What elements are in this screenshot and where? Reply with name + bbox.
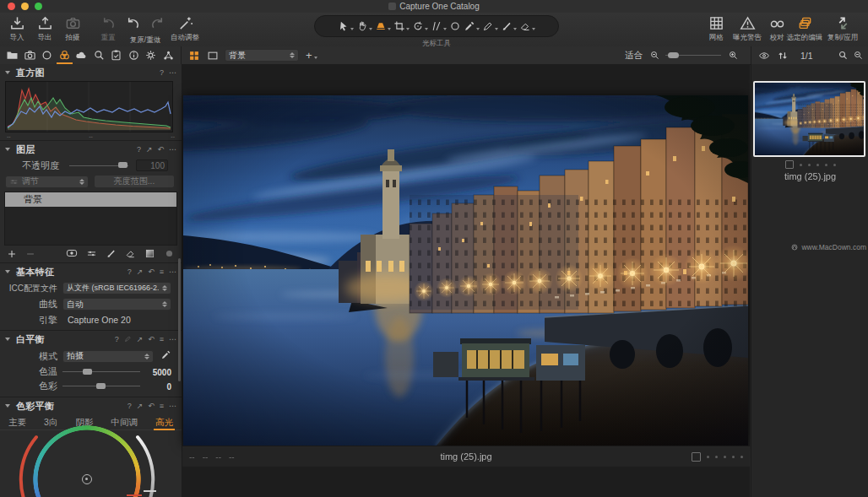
browser-search-icon[interactable] <box>838 46 849 64</box>
photo-image[interactable] <box>183 95 748 446</box>
more-icon[interactable]: ⋯ <box>169 69 176 77</box>
brush-mask-icon[interactable] <box>106 247 117 262</box>
zoom-out-icon[interactable] <box>649 46 660 64</box>
tab-adjustments[interactable] <box>110 46 122 64</box>
erase-mask-tool[interactable] <box>519 20 535 32</box>
color-tag-dot[interactable] <box>808 164 811 166</box>
help-icon[interactable]: ? <box>160 69 164 77</box>
tab-details[interactable] <box>93 46 106 64</box>
detach-icon[interactable]: ↗ <box>146 146 153 154</box>
tab-exposure[interactable] <box>75 46 88 64</box>
tint-slider-thumb[interactable] <box>96 383 106 389</box>
color-picker-tool[interactable] <box>464 20 480 32</box>
export-button[interactable]: 导出 <box>31 15 58 41</box>
layer-row-background[interactable]: 背景 <box>5 192 176 207</box>
presets-icon[interactable]: ≡ <box>160 402 164 410</box>
mask-visibility-icon[interactable] <box>66 247 78 262</box>
zoom-slider-thumb[interactable] <box>668 52 679 58</box>
icc-profile-select[interactable]: 从文件 (sRGB IEC61966-2.1) <box>62 282 171 294</box>
tint-slider[interactable] <box>62 386 140 386</box>
collapse-icon[interactable] <box>5 338 10 341</box>
wheel-center-marker[interactable] <box>82 474 92 484</box>
gradient-mask-icon[interactable] <box>144 247 155 262</box>
kelvin-slider[interactable] <box>62 371 140 372</box>
grid-button[interactable]: 网格 <box>703 15 729 41</box>
reset-tool-icon[interactable]: ↶ <box>157 146 164 154</box>
thumbnail-selected[interactable] <box>753 81 865 157</box>
zoom-in-icon[interactable] <box>728 46 739 64</box>
wb-picker-icon[interactable] <box>160 348 171 364</box>
opacity-slider-thumb[interactable] <box>118 162 127 168</box>
tab-process[interactable] <box>162 46 175 64</box>
histogram-header[interactable]: 直方图 ? ⋯ <box>0 64 182 81</box>
kelvin-slider-thumb[interactable] <box>83 369 92 375</box>
undo-icon[interactable] <box>125 15 141 31</box>
wb-mode-select[interactable]: 拍摄 <box>62 350 154 363</box>
copy-apply-button[interactable]: 复制/应用 <box>823 15 862 41</box>
presets-icon[interactable]: ≡ <box>160 336 164 343</box>
white-balance-header[interactable]: 白平衡 ? ↗ ↶ ≡ ⋯ <box>0 331 182 348</box>
more-icon[interactable]: ⋯ <box>169 146 176 154</box>
erase-mask-icon[interactable] <box>125 247 136 262</box>
reset-button[interactable]: 重置 <box>95 15 122 41</box>
browser-filter-icon[interactable] <box>853 46 864 64</box>
spot-removal-tool[interactable] <box>449 20 461 32</box>
presets-icon[interactable]: ≡ <box>160 268 164 276</box>
refine-mask-icon[interactable] <box>86 247 97 262</box>
opacity-slider[interactable] <box>69 165 128 166</box>
radial-mask-icon[interactable] <box>164 247 175 262</box>
color-tag-dot[interactable] <box>707 456 709 458</box>
tab-capture[interactable] <box>24 46 36 64</box>
detach-icon[interactable]: ↗ <box>137 268 144 276</box>
browser-sort-icon[interactable] <box>777 46 789 64</box>
detach-icon[interactable]: ↗ <box>137 402 144 410</box>
loupe-tool[interactable] <box>375 20 391 32</box>
curve-select[interactable]: 自动 <box>62 298 171 311</box>
collapse-icon[interactable] <box>5 270 10 273</box>
color-balance-wheel[interactable] <box>18 410 156 497</box>
tint-value[interactable]: 0 <box>147 381 175 392</box>
help-icon[interactable]: ? <box>127 268 132 276</box>
luma-range-button[interactable]: 亮度范围... <box>94 175 175 188</box>
redo-icon[interactable] <box>149 15 165 31</box>
auto-adjust-button[interactable]: 自动调整 <box>167 15 203 41</box>
color-tag-dot[interactable] <box>825 164 827 166</box>
layer-select[interactable]: 背景 <box>225 46 299 64</box>
pick-checkbox[interactable] <box>785 160 794 169</box>
reset-tool-icon[interactable]: ↶ <box>148 402 155 410</box>
pan-tool[interactable] <box>356 20 372 32</box>
reset-tool-icon[interactable]: ↶ <box>148 268 155 276</box>
crop-tool[interactable] <box>393 20 410 32</box>
browser-filter-eye-icon[interactable] <box>758 46 770 64</box>
tab-settings[interactable] <box>144 46 157 64</box>
collapse-icon[interactable] <box>5 404 10 408</box>
multi-view-icon[interactable] <box>188 46 200 64</box>
capture-button[interactable]: 拍摄 <box>59 15 86 41</box>
tab-color[interactable] <box>58 46 71 64</box>
import-button[interactable]: 导入 <box>3 15 30 41</box>
more-icon[interactable]: ⋯ <box>169 268 176 276</box>
zoom-slider[interactable] <box>665 46 721 64</box>
color-tag-dot[interactable] <box>715 456 718 458</box>
single-view-icon[interactable] <box>207 46 219 64</box>
color-tag-dot[interactable] <box>816 164 819 166</box>
rotate-tool[interactable] <box>412 20 428 32</box>
color-tag-dot[interactable] <box>724 456 726 458</box>
draw-mask-tool[interactable] <box>482 20 498 32</box>
exposure-warning-button[interactable]: 曝光警告 <box>730 15 765 41</box>
layer-type-select[interactable]: 调节 <box>5 176 89 188</box>
opacity-value[interactable]: 100 <box>136 159 168 171</box>
tab-lens[interactable] <box>41 46 53 64</box>
undo-redo-button[interactable]: 复原/重做 <box>123 15 167 44</box>
base-characteristics-header[interactable]: 基本特征 ? ↗ ↶ ≡ ⋯ <box>0 263 182 280</box>
remove-layer-icon[interactable] <box>25 247 35 262</box>
straighten-tool[interactable] <box>431 20 447 32</box>
collapse-icon[interactable] <box>5 148 10 151</box>
zoom-mode-select[interactable]: 适合 <box>625 46 643 64</box>
tab-library[interactable] <box>6 46 19 64</box>
add-layer-button[interactable]: + <box>306 46 317 64</box>
brush-tool[interactable] <box>501 20 517 32</box>
add-layer-icon[interactable] <box>7 247 17 262</box>
more-icon[interactable]: ⋯ <box>169 402 176 410</box>
pick-icon[interactable] <box>124 335 132 344</box>
